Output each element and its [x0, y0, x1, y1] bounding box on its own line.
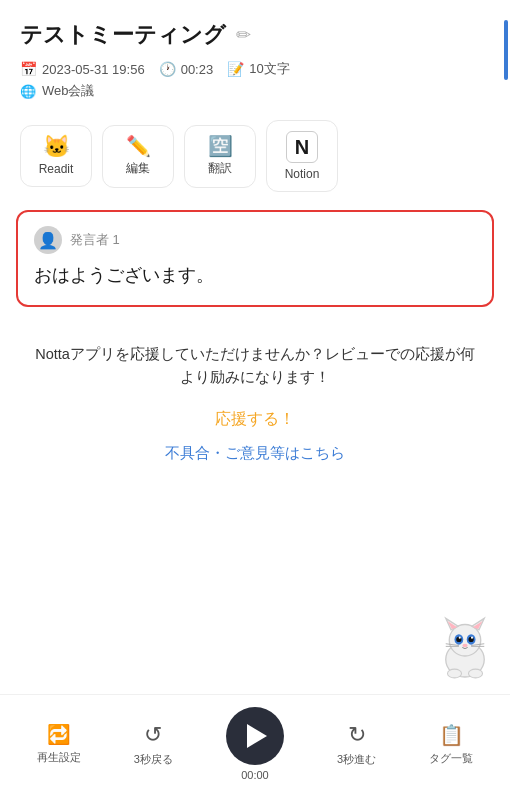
playback-speed-button[interactable]: 🔁 再生設定 [37, 723, 81, 765]
meeting-title: テストミーティング [20, 20, 226, 50]
clock-icon: 🕐 [159, 61, 176, 77]
scrollbar-indicator[interactable] [504, 20, 508, 80]
translate-icon: 🈳 [208, 136, 233, 156]
rewind-label: 3秒戻る [134, 752, 173, 767]
play-circle[interactable] [226, 707, 284, 765]
avatar-icon: 👤 [38, 231, 58, 250]
edit-title-icon[interactable]: ✏ [236, 24, 251, 46]
transcript-text: おはようございます。 [34, 262, 476, 289]
tags-button[interactable]: 📋 タグ一覧 [429, 723, 473, 766]
speaker-name: 発言者 1 [70, 231, 120, 249]
text-icon: 📝 [227, 61, 244, 77]
support-button[interactable]: 応援する！ [215, 409, 295, 430]
svg-point-17 [448, 669, 462, 678]
date-value: 2023-05-31 19:56 [42, 62, 145, 77]
edit-button[interactable]: ✏️ 編集 [102, 125, 174, 188]
charcount-meta: 📝 10文字 [227, 60, 289, 78]
edit-icon: ✏️ [126, 136, 151, 156]
promo-section: Nottaアプリを応援していただけませんか？レビューでの応援が何より励みになりま… [0, 319, 510, 694]
notion-button[interactable]: N Notion [266, 120, 338, 192]
svg-point-11 [471, 637, 473, 639]
speaker-avatar: 👤 [34, 226, 62, 254]
notion-label: Notion [285, 167, 320, 181]
cat-mascot [430, 614, 500, 684]
title-row: テストミーティング ✏ [20, 20, 490, 50]
edit-label: 編集 [126, 160, 150, 177]
notion-icon: N [286, 131, 318, 163]
forward-button[interactable]: ↻ 3秒進む [337, 722, 376, 767]
rewind-icon: ↺ [144, 722, 162, 748]
speaker-row: 👤 発言者 1 [34, 226, 476, 254]
svg-point-10 [459, 637, 461, 639]
app-container: テストミーティング ✏ 📅 2023-05-31 19:56 🕐 00:23 📝… [0, 0, 510, 801]
tags-icon: 📋 [439, 723, 464, 747]
bottom-bar: 🔁 再生設定 ↺ 3秒戻る 00:00 ↻ 3秒進む 📋 タグ一覧 [0, 694, 510, 801]
svg-point-1 [449, 625, 481, 657]
feedback-link[interactable]: 不具合・ご意見等はこちら [165, 444, 345, 463]
promo-text: Nottaアプリを応援していただけませんか？レビューでの応援が何より励みになりま… [30, 343, 480, 389]
meeting-type-row: 🌐 Web会議 [20, 82, 490, 100]
time-display: 00:00 [241, 769, 269, 781]
forward-icon: ↻ [348, 722, 366, 748]
svg-point-18 [469, 669, 483, 678]
rewind-button[interactable]: ↺ 3秒戻る [134, 722, 173, 767]
meeting-type-label: Web会議 [42, 82, 95, 100]
transcript-block: 👤 発言者 1 おはようございます。 [16, 210, 494, 307]
date-meta: 📅 2023-05-31 19:56 [20, 61, 145, 77]
readit-button[interactable]: 🐱 Readit [20, 125, 92, 187]
readit-label: Readit [39, 162, 74, 176]
svg-point-12 [462, 644, 467, 648]
playback-speed-label: 再生設定 [37, 750, 81, 765]
header: テストミーティング ✏ 📅 2023-05-31 19:56 🕐 00:23 📝… [0, 0, 510, 110]
readit-icon: 🐱 [43, 136, 70, 158]
playback-speed-icon: 🔁 [47, 723, 71, 746]
play-icon [247, 724, 267, 748]
tools-row: 🐱 Readit ✏️ 編集 🈳 翻訳 N Notion [0, 110, 510, 202]
calendar-icon: 📅 [20, 61, 37, 77]
web-icon: 🌐 [20, 84, 36, 99]
duration-meta: 🕐 00:23 [159, 61, 214, 77]
translate-button[interactable]: 🈳 翻訳 [184, 125, 256, 188]
play-button[interactable]: 00:00 [226, 707, 284, 781]
tags-label: タグ一覧 [429, 751, 473, 766]
forward-label: 3秒進む [337, 752, 376, 767]
meta-row: 📅 2023-05-31 19:56 🕐 00:23 📝 10文字 [20, 60, 490, 78]
duration-value: 00:23 [181, 62, 214, 77]
charcount-value: 10文字 [249, 60, 289, 78]
translate-label: 翻訳 [208, 160, 232, 177]
